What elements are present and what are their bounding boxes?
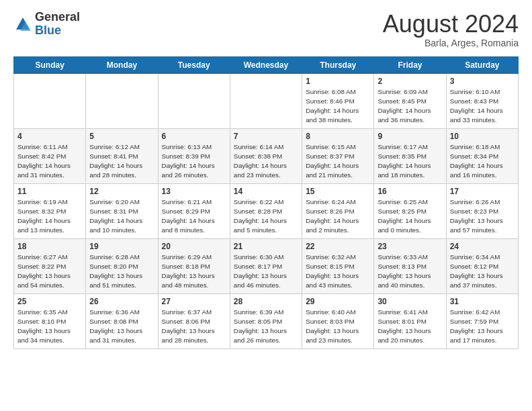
- table-row: 16Sunrise: 6:25 AM Sunset: 8:25 PM Dayli…: [374, 183, 446, 238]
- table-row: 21Sunrise: 6:30 AM Sunset: 8:17 PM Dayli…: [230, 238, 302, 293]
- table-row: 18Sunrise: 6:27 AM Sunset: 8:22 PM Dayli…: [14, 238, 86, 293]
- day-info: Sunrise: 6:21 AM Sunset: 8:29 PM Dayligh…: [162, 197, 226, 236]
- day-number: 10: [450, 132, 515, 141]
- day-info: Sunrise: 6:27 AM Sunset: 8:22 PM Dayligh…: [17, 253, 82, 291]
- day-number: 12: [89, 187, 154, 196]
- day-info: Sunrise: 6:19 AM Sunset: 8:32 PM Dayligh…: [17, 197, 82, 236]
- table-row: 26Sunrise: 6:36 AM Sunset: 8:08 PM Dayli…: [86, 293, 158, 349]
- table-row: 1Sunrise: 6:08 AM Sunset: 8:46 PM Daylig…: [302, 73, 374, 128]
- table-row: 13Sunrise: 6:21 AM Sunset: 8:29 PM Dayli…: [158, 183, 230, 238]
- day-number: 6: [162, 132, 226, 141]
- calendar-week-3: 11Sunrise: 6:19 AM Sunset: 8:32 PM Dayli…: [14, 183, 519, 238]
- day-info: Sunrise: 6:15 AM Sunset: 8:37 PM Dayligh…: [306, 142, 370, 181]
- day-number: 5: [89, 132, 154, 141]
- day-number: 20: [162, 242, 226, 251]
- calendar-week-4: 18Sunrise: 6:27 AM Sunset: 8:22 PM Dayli…: [14, 238, 519, 293]
- day-info: Sunrise: 6:40 AM Sunset: 8:03 PM Dayligh…: [306, 308, 370, 346]
- calendar-week-1: 1Sunrise: 6:08 AM Sunset: 8:46 PM Daylig…: [14, 73, 519, 128]
- title-block: August 2024 Barla, Arges, Romania: [383, 11, 519, 48]
- col-wednesday: Wednesday: [230, 56, 302, 73]
- day-number: 15: [306, 187, 370, 196]
- day-number: 29: [306, 297, 370, 306]
- day-number: 31: [450, 297, 515, 306]
- table-row: 8Sunrise: 6:15 AM Sunset: 8:37 PM Daylig…: [302, 128, 374, 183]
- table-row: 9Sunrise: 6:17 AM Sunset: 8:35 PM Daylig…: [374, 128, 446, 183]
- table-row: 4Sunrise: 6:11 AM Sunset: 8:42 PM Daylig…: [14, 128, 86, 183]
- table-row: 14Sunrise: 6:22 AM Sunset: 8:28 PM Dayli…: [230, 183, 302, 238]
- logo-text: General Blue: [35, 11, 80, 38]
- day-number: 24: [450, 242, 515, 251]
- day-number: 13: [162, 187, 226, 196]
- table-row: [86, 73, 158, 128]
- day-info: Sunrise: 6:08 AM Sunset: 8:46 PM Dayligh…: [306, 87, 370, 126]
- table-row: 15Sunrise: 6:24 AM Sunset: 8:26 PM Dayli…: [302, 183, 374, 238]
- table-row: 10Sunrise: 6:18 AM Sunset: 8:34 PM Dayli…: [446, 128, 518, 183]
- logo-icon: [13, 15, 32, 34]
- table-row: 20Sunrise: 6:29 AM Sunset: 8:18 PM Dayli…: [158, 238, 230, 293]
- day-number: 23: [378, 242, 442, 251]
- calendar-week-5: 25Sunrise: 6:35 AM Sunset: 8:10 PM Dayli…: [14, 293, 519, 349]
- day-info: Sunrise: 6:18 AM Sunset: 8:34 PM Dayligh…: [450, 142, 515, 181]
- day-info: Sunrise: 6:35 AM Sunset: 8:10 PM Dayligh…: [17, 308, 82, 346]
- day-info: Sunrise: 6:42 AM Sunset: 7:59 PM Dayligh…: [450, 308, 515, 346]
- day-info: Sunrise: 6:41 AM Sunset: 8:01 PM Dayligh…: [378, 308, 442, 346]
- day-info: Sunrise: 6:39 AM Sunset: 8:05 PM Dayligh…: [234, 308, 298, 346]
- table-row: 25Sunrise: 6:35 AM Sunset: 8:10 PM Dayli…: [14, 293, 86, 349]
- day-number: 9: [378, 132, 442, 141]
- day-info: Sunrise: 6:37 AM Sunset: 8:06 PM Dayligh…: [162, 308, 226, 346]
- day-number: 3: [450, 77, 515, 86]
- table-row: 7Sunrise: 6:14 AM Sunset: 8:38 PM Daylig…: [230, 128, 302, 183]
- table-row: 29Sunrise: 6:40 AM Sunset: 8:03 PM Dayli…: [302, 293, 374, 349]
- table-row: 30Sunrise: 6:41 AM Sunset: 8:01 PM Dayli…: [374, 293, 446, 349]
- table-row: 27Sunrise: 6:37 AM Sunset: 8:06 PM Dayli…: [158, 293, 230, 349]
- day-info: Sunrise: 6:24 AM Sunset: 8:26 PM Dayligh…: [306, 197, 370, 236]
- table-row: 19Sunrise: 6:28 AM Sunset: 8:20 PM Dayli…: [86, 238, 158, 293]
- day-info: Sunrise: 6:34 AM Sunset: 8:12 PM Dayligh…: [450, 253, 515, 291]
- day-info: Sunrise: 6:17 AM Sunset: 8:35 PM Dayligh…: [378, 142, 442, 181]
- title-location: Barla, Arges, Romania: [383, 38, 519, 48]
- table-row: 2Sunrise: 6:09 AM Sunset: 8:45 PM Daylig…: [374, 73, 446, 128]
- table-row: 28Sunrise: 6:39 AM Sunset: 8:05 PM Dayli…: [230, 293, 302, 349]
- day-number: 11: [17, 187, 82, 196]
- day-info: Sunrise: 6:36 AM Sunset: 8:08 PM Dayligh…: [89, 308, 154, 346]
- day-number: 18: [17, 242, 82, 251]
- day-info: Sunrise: 6:32 AM Sunset: 8:15 PM Dayligh…: [306, 253, 370, 291]
- table-row: [14, 73, 86, 128]
- col-friday: Friday: [374, 56, 446, 73]
- day-number: 26: [89, 297, 154, 306]
- calendar-week-2: 4Sunrise: 6:11 AM Sunset: 8:42 PM Daylig…: [14, 128, 519, 183]
- calendar-header-row: Sunday Monday Tuesday Wednesday Thursday…: [14, 56, 519, 73]
- table-row: [230, 73, 302, 128]
- calendar-table: Sunday Monday Tuesday Wednesday Thursday…: [13, 56, 519, 349]
- table-row: 3Sunrise: 6:10 AM Sunset: 8:43 PM Daylig…: [446, 73, 518, 128]
- day-number: 4: [17, 132, 82, 141]
- day-number: 21: [234, 242, 298, 251]
- day-number: 17: [450, 187, 515, 196]
- day-info: Sunrise: 6:20 AM Sunset: 8:31 PM Dayligh…: [89, 197, 154, 236]
- table-row: 23Sunrise: 6:33 AM Sunset: 8:13 PM Dayli…: [374, 238, 446, 293]
- table-row: 12Sunrise: 6:20 AM Sunset: 8:31 PM Dayli…: [86, 183, 158, 238]
- table-row: 6Sunrise: 6:13 AM Sunset: 8:39 PM Daylig…: [158, 128, 230, 183]
- day-info: Sunrise: 6:09 AM Sunset: 8:45 PM Dayligh…: [378, 87, 442, 126]
- table-row: 22Sunrise: 6:32 AM Sunset: 8:15 PM Dayli…: [302, 238, 374, 293]
- table-row: 24Sunrise: 6:34 AM Sunset: 8:12 PM Dayli…: [446, 238, 518, 293]
- day-number: 19: [89, 242, 154, 251]
- day-number: 8: [306, 132, 370, 141]
- col-tuesday: Tuesday: [158, 56, 230, 73]
- col-thursday: Thursday: [302, 56, 374, 73]
- logo: General Blue: [13, 11, 80, 38]
- page: General Blue August 2024 Barla, Arges, R…: [0, 0, 532, 356]
- day-number: 22: [306, 242, 370, 251]
- day-info: Sunrise: 6:33 AM Sunset: 8:13 PM Dayligh…: [378, 253, 442, 291]
- title-month: August 2024: [383, 11, 519, 38]
- day-number: 28: [234, 297, 298, 306]
- header: General Blue August 2024 Barla, Arges, R…: [13, 11, 519, 48]
- day-number: 2: [378, 77, 442, 86]
- day-number: 25: [17, 297, 82, 306]
- day-info: Sunrise: 6:29 AM Sunset: 8:18 PM Dayligh…: [162, 253, 226, 291]
- day-info: Sunrise: 6:28 AM Sunset: 8:20 PM Dayligh…: [89, 253, 154, 291]
- table-row: 5Sunrise: 6:12 AM Sunset: 8:41 PM Daylig…: [86, 128, 158, 183]
- day-info: Sunrise: 6:13 AM Sunset: 8:39 PM Dayligh…: [162, 142, 226, 181]
- day-info: Sunrise: 6:10 AM Sunset: 8:43 PM Dayligh…: [450, 87, 515, 126]
- table-row: 11Sunrise: 6:19 AM Sunset: 8:32 PM Dayli…: [14, 183, 86, 238]
